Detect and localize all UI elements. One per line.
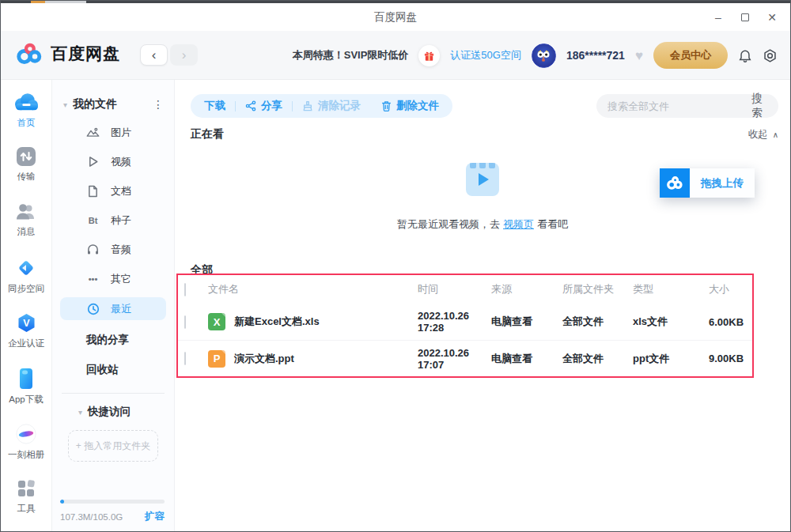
svg-text:V: V bbox=[23, 318, 30, 329]
drop-folder-zone[interactable]: + 拖入常用文件夹 bbox=[68, 430, 158, 462]
app-logo: 百度网盘 bbox=[15, 42, 120, 66]
sidebar-item-photo-album[interactable]: 一刻相册 bbox=[1, 421, 51, 476]
table-row[interactable]: X 新建Excel文档.xls 2022.10.26 17:28 电脑查看 全部… bbox=[178, 304, 752, 340]
notification-bell-icon[interactable] bbox=[738, 48, 752, 63]
file-nav-item-recent[interactable]: 最近 bbox=[60, 297, 166, 320]
people-icon bbox=[15, 202, 37, 222]
file-nav-item-videos[interactable]: 视频 bbox=[52, 147, 174, 176]
sidebar-item-transfer[interactable]: 传输 bbox=[1, 144, 51, 199]
drag-upload-label: 拖拽上传 bbox=[690, 168, 755, 198]
netdisk-logo-white-icon bbox=[660, 168, 690, 198]
action-toolbar: 下载 分享 清除记录 bbox=[191, 94, 452, 118]
user-avatar[interactable] bbox=[532, 43, 556, 68]
collapse-label: 收起 bbox=[748, 128, 768, 141]
film-tab bbox=[489, 163, 495, 168]
empty-state-text: 暂无最近观看视频，去视频页看看吧 bbox=[397, 217, 568, 232]
baidu-netdisk-logo-icon bbox=[15, 42, 44, 66]
transfer-icon bbox=[16, 146, 36, 167]
back-button[interactable]: ‹ bbox=[140, 44, 168, 66]
file-folder[interactable]: 全部文件 bbox=[562, 352, 633, 366]
row-checkbox[interactable] bbox=[184, 352, 186, 365]
file-nav-item-pictures[interactable]: 图片 bbox=[52, 118, 174, 147]
storage-section: 107.3M/105.0G 扩容 bbox=[60, 500, 165, 523]
video-page-link[interactable]: 视频页 bbox=[503, 218, 534, 230]
maximize-button[interactable] bbox=[732, 3, 759, 31]
phone-icon bbox=[17, 368, 35, 390]
vip-center-button[interactable]: 会员中心 bbox=[653, 42, 728, 69]
drag-upload-button[interactable]: 拖拽上传 bbox=[660, 168, 755, 198]
home-cloud-icon bbox=[13, 91, 40, 113]
column-folder: 所属文件夹 bbox=[562, 282, 633, 296]
search-box[interactable]: 搜索 bbox=[596, 94, 778, 118]
album-lens-icon bbox=[14, 423, 38, 445]
toolbar-divider bbox=[235, 101, 236, 111]
table-row[interactable]: P 演示文档.ppt 2022.10.26 17:07 电脑查看 全部文件 pp… bbox=[178, 340, 752, 376]
my-shares-link[interactable]: 我的分享 bbox=[52, 325, 174, 355]
film-tab bbox=[470, 163, 476, 168]
cert-bonus-link[interactable]: 认证送50G空间 bbox=[450, 48, 521, 62]
my-files-header[interactable]: ▾ 我的文件 ⋮ bbox=[63, 97, 165, 111]
clear-records-button[interactable]: 清除记录 bbox=[302, 99, 361, 113]
sidebar-item-home[interactable]: 首页 bbox=[1, 89, 51, 144]
row-checkbox[interactable] bbox=[184, 315, 186, 329]
minimize-button[interactable]: – bbox=[705, 3, 732, 31]
sidebar-item-app-download[interactable]: App下载 bbox=[1, 365, 51, 421]
my-files-title: 我的文件 bbox=[73, 97, 153, 111]
sidebar-item-tools[interactable]: 工具 bbox=[1, 476, 51, 531]
search-input[interactable] bbox=[607, 100, 747, 112]
top-edge-orange-segment bbox=[31, 1, 45, 3]
collapse-button[interactable]: 收起 ∧ bbox=[748, 128, 778, 141]
recycle-bin-link[interactable]: 回收站 bbox=[52, 355, 174, 385]
settings-gear-icon[interactable] bbox=[763, 48, 778, 63]
delete-files-button[interactable]: 删除文件 bbox=[381, 99, 439, 113]
file-nav-sidebar: ▾ 我的文件 ⋮ 图片 视频 bbox=[52, 80, 175, 531]
empty-text-prefix: 暂无最近观看视频，去 bbox=[397, 218, 500, 230]
share-button[interactable]: 分享 bbox=[245, 99, 282, 113]
sidebar-item-label: 传输 bbox=[17, 171, 36, 183]
file-time: 2022.10.26 17:28 bbox=[418, 310, 491, 334]
file-time: 2022.10.26 17:07 bbox=[418, 347, 491, 371]
sidebar-item-enterprise-cert[interactable]: V 企业认证 bbox=[1, 310, 51, 365]
file-nav-item-audio[interactable]: 音频 bbox=[52, 235, 174, 264]
window-controls: – ✕ bbox=[705, 3, 785, 31]
file-type-list: 图片 视频 文档 Bt bbox=[52, 118, 174, 320]
file-nav-item-documents[interactable]: 文档 bbox=[52, 176, 174, 206]
sidebar-item-label: 消息 bbox=[17, 226, 36, 238]
sidebar-item-messages[interactable]: 消息 bbox=[1, 199, 51, 255]
search-button[interactable]: 搜索 bbox=[747, 92, 767, 120]
file-folder[interactable]: 全部文件 bbox=[562, 315, 633, 329]
quick-access-title: 快捷访问 bbox=[88, 405, 131, 419]
vip-level-badge-icon[interactable]: ♥ bbox=[635, 49, 643, 62]
headphones-icon bbox=[86, 243, 100, 255]
file-type: ppt文件 bbox=[633, 352, 709, 366]
file-nav-item-torrents[interactable]: Bt 种子 bbox=[52, 206, 174, 235]
excel-file-icon: X bbox=[208, 313, 225, 330]
window-title: 百度网盘 bbox=[374, 10, 417, 25]
clock-icon bbox=[86, 303, 100, 315]
file-name[interactable]: 演示文档.ppt bbox=[234, 352, 294, 366]
select-all-checkbox[interactable] bbox=[184, 283, 186, 296]
expand-storage-link[interactable]: 扩容 bbox=[145, 510, 165, 523]
sidebar-item-sync-space[interactable]: 同步空间 bbox=[1, 255, 51, 310]
toolbar-divider bbox=[292, 101, 293, 111]
ppt-file-icon: P bbox=[208, 350, 225, 368]
file-name[interactable]: 新建Excel文档.xls bbox=[234, 315, 320, 329]
play-triangle-icon bbox=[479, 173, 489, 186]
sidebar-item-label: 企业认证 bbox=[8, 338, 44, 349]
sidebar-item-label: App下载 bbox=[9, 394, 43, 406]
storage-progress-bar[interactable] bbox=[60, 500, 165, 504]
video-placeholder-icon[interactable] bbox=[466, 163, 499, 196]
file-table: 文件名 时间 来源 所属文件夹 类型 大小 X 新建Excel文档.xls 20… bbox=[176, 274, 754, 378]
clear-records-label: 清除记录 bbox=[318, 99, 361, 113]
file-size: 9.00KB bbox=[709, 353, 746, 364]
file-nav-item-others[interactable]: ••• 其它 bbox=[52, 264, 174, 293]
more-menu-icon[interactable]: ⋮ bbox=[153, 98, 165, 111]
file-nav-label: 文档 bbox=[111, 184, 131, 198]
gift-icon[interactable] bbox=[418, 45, 440, 66]
quick-access-header[interactable]: ▾ 快捷访问 bbox=[78, 405, 165, 419]
username[interactable]: 186*****721 bbox=[566, 49, 625, 62]
download-button[interactable]: 下载 bbox=[204, 99, 225, 113]
picture-icon bbox=[86, 126, 100, 138]
close-button[interactable]: ✕ bbox=[759, 3, 785, 31]
play-icon bbox=[86, 156, 100, 168]
